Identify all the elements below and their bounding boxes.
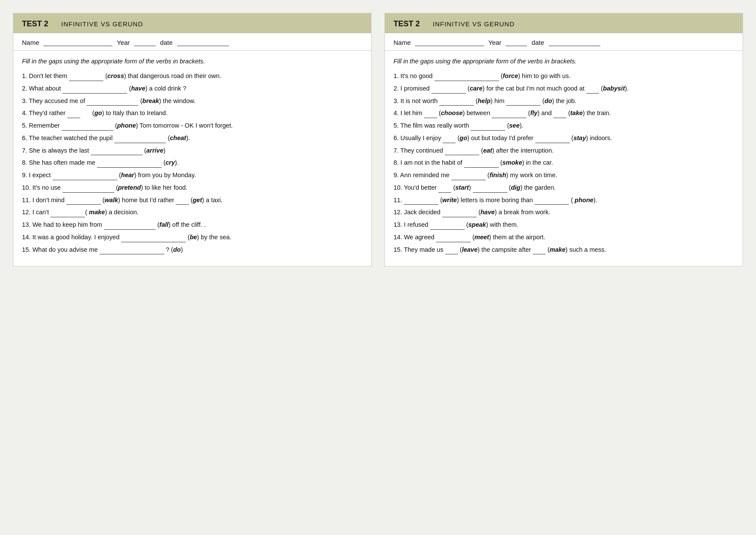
right-subtitle: INFINITIVE VS GERUND xyxy=(433,20,515,28)
blank[interactable] xyxy=(404,199,438,205)
right-column: TEST 2 INFINITIVE VS GERUND Name Year da… xyxy=(384,13,743,266)
list-item: 7. She is always the last (arrive) xyxy=(22,146,362,156)
list-item: 3. They accused me of (break) the window… xyxy=(22,97,362,106)
blank[interactable] xyxy=(442,211,477,218)
list-item: 5. The film was really worth (see). xyxy=(394,121,734,131)
blank[interactable] xyxy=(445,248,458,255)
right-name-row: Name Year date xyxy=(385,33,743,51)
list-item: 5. Remember (phone) Tom tomorrow - OK I … xyxy=(22,121,362,131)
right-year-field[interactable] xyxy=(506,38,527,46)
left-name-label: Name xyxy=(22,39,39,46)
blank[interactable] xyxy=(53,174,117,180)
list-item: 2. I promised (care) for the cat but I'm… xyxy=(394,84,734,94)
blank[interactable] xyxy=(87,100,138,106)
left-exercise-list: 1. Don't let them (cross) that dangerous… xyxy=(22,72,362,254)
blank[interactable] xyxy=(66,199,101,205)
list-item: 1. It's no good (force) him to go with u… xyxy=(394,72,734,81)
list-item: 10. You'd better (start) (dig) the garde… xyxy=(394,183,734,193)
list-item: 3. It is not worth (help) him (do) the j… xyxy=(394,97,734,106)
list-item: 14. It was a good holiday. I enjoyed (be… xyxy=(22,233,362,242)
blank[interactable] xyxy=(50,211,85,218)
blank[interactable] xyxy=(471,124,505,131)
left-name-row: Name Year date xyxy=(13,33,371,51)
list-item: 12. Jack decided (have) a break from wor… xyxy=(394,208,734,217)
blank[interactable] xyxy=(62,186,114,193)
page-container: TEST 2 INFINITIVE VS GERUND Name Year da… xyxy=(13,13,743,266)
list-item: 8. I am not in the habit of (smoke) in t… xyxy=(394,158,734,168)
right-date-label: date xyxy=(531,39,544,46)
blank[interactable] xyxy=(443,137,456,143)
blank[interactable] xyxy=(424,112,437,119)
blank[interactable] xyxy=(464,162,499,168)
left-instructions: Fill in the gaps using the appropriate f… xyxy=(22,58,362,65)
blank[interactable] xyxy=(434,75,499,81)
left-name-field[interactable] xyxy=(44,38,112,46)
blank[interactable] xyxy=(62,124,113,131)
list-item: 6. The teacher watched the pupil (cheat)… xyxy=(22,134,362,143)
blank[interactable] xyxy=(473,186,507,193)
blank[interactable] xyxy=(553,112,566,119)
blank[interactable] xyxy=(436,236,471,242)
blank[interactable] xyxy=(586,87,599,94)
blank[interactable] xyxy=(121,236,186,242)
blank[interactable] xyxy=(506,100,540,106)
left-title: TEST 2 xyxy=(22,19,48,28)
list-item: 7. They continued (eat) after the interr… xyxy=(394,146,734,156)
left-year-label: Year xyxy=(117,39,130,46)
blank[interactable] xyxy=(104,223,156,230)
list-item: 4. They'd rather (go) to Italy than to I… xyxy=(22,109,362,118)
list-item: 15. What do you advise me ? (do) xyxy=(22,245,362,255)
blank[interactable] xyxy=(445,149,479,156)
right-title: TEST 2 xyxy=(394,19,420,28)
right-name-label: Name xyxy=(394,39,411,46)
blank[interactable] xyxy=(430,223,465,230)
blank[interactable] xyxy=(176,199,189,205)
left-subtitle: INFINITIVE VS GERUND xyxy=(61,20,143,28)
list-item: 13. I refused (speak) with them. xyxy=(394,220,734,230)
blank[interactable] xyxy=(439,100,474,106)
list-item: 8. She has often made me (cry). xyxy=(22,158,362,168)
blank[interactable] xyxy=(533,248,546,255)
left-date-label: date xyxy=(160,39,172,46)
list-item: 11. I don't mind (walk) home but I'd rat… xyxy=(22,196,362,205)
list-item: 1. Don't let them (cross) that dangerous… xyxy=(22,72,362,81)
right-name-field[interactable] xyxy=(415,38,484,46)
list-item: 9. I expect (hear) from you by Monday. xyxy=(22,171,362,180)
blank[interactable] xyxy=(100,248,164,255)
list-item: 6. Usually I enjoy (go) out but today I'… xyxy=(394,134,734,143)
blank[interactable] xyxy=(97,162,162,168)
blank[interactable] xyxy=(91,149,143,156)
list-item: 10. It's no use (pretend) to like her fo… xyxy=(22,183,362,193)
blank[interactable] xyxy=(114,137,166,143)
list-item: 9. Ann reminded me (finish) my work on t… xyxy=(394,171,734,180)
left-content: Fill in the gaps using the appropriate f… xyxy=(13,51,371,266)
list-item: 2. What about (have) a cold drink ? xyxy=(22,84,362,94)
blank[interactable] xyxy=(535,137,570,143)
blank[interactable] xyxy=(438,186,451,193)
list-item: 12. I can't ( make) a decision. xyxy=(22,208,362,217)
left-column: TEST 2 INFINITIVE VS GERUND Name Year da… xyxy=(13,13,372,266)
blank[interactable] xyxy=(431,87,466,94)
blank[interactable] xyxy=(451,174,486,180)
blank[interactable] xyxy=(62,87,127,94)
right-year-label: Year xyxy=(488,39,501,46)
left-date-field[interactable] xyxy=(177,38,229,46)
blank[interactable] xyxy=(534,199,569,205)
right-instructions: Fill in the gaps using the appropriate f… xyxy=(394,58,734,65)
blank[interactable] xyxy=(67,112,80,119)
blank[interactable] xyxy=(492,112,526,119)
list-item: 14. We agreed (meet) them at the airport… xyxy=(394,233,734,242)
left-header: TEST 2 INFINITIVE VS GERUND xyxy=(13,13,371,33)
list-item: 4. I let him (choose) between (fly) and … xyxy=(394,109,734,118)
right-date-field[interactable] xyxy=(549,38,600,46)
list-item: 13. We had to keep him from (fall) off t… xyxy=(22,220,362,230)
blank[interactable] xyxy=(69,75,103,81)
list-item: 11. (write) letters is more boring than … xyxy=(394,196,734,205)
left-year-field[interactable] xyxy=(134,38,156,46)
right-header: TEST 2 INFINITIVE VS GERUND xyxy=(385,13,743,33)
list-item: 15. They made us (leave) the campsite af… xyxy=(394,245,734,255)
right-content: Fill in the gaps using the appropriate f… xyxy=(385,51,743,266)
right-exercise-list: 1. It's no good (force) him to go with u… xyxy=(394,72,734,254)
